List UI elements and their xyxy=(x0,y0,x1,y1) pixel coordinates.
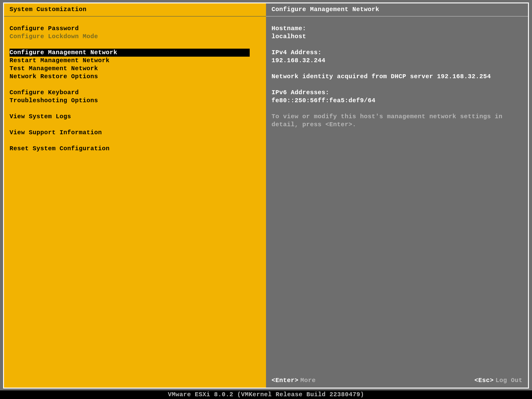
menu-item[interactable]: Troubleshooting Options xyxy=(10,97,260,105)
menu-item[interactable]: View Support Information xyxy=(10,129,260,137)
menu-item[interactable]: Configure Management Network xyxy=(10,49,250,57)
right-panel-title: Configure Management Network xyxy=(266,3,528,17)
menu-item[interactable]: Network Restore Options xyxy=(10,73,260,81)
menu-group: Configure PasswordConfigure Lockdown Mod… xyxy=(10,25,260,41)
hostname-value: localhost xyxy=(272,33,522,41)
menu-group: View System Logs xyxy=(10,113,260,121)
menu-item[interactable]: Configure Password xyxy=(10,25,260,33)
menu-body: Configure PasswordConfigure Lockdown Mod… xyxy=(4,17,266,161)
ipv6-label: IPv6 Addresses: xyxy=(272,89,522,97)
menu-item[interactable]: Configure Lockdown Mode xyxy=(10,33,260,41)
footer-esc-action: Log Out xyxy=(495,377,522,384)
menu-group: Reset System Configuration xyxy=(10,145,260,153)
left-panel: System Customization Configure PasswordC… xyxy=(4,3,266,388)
menu-item[interactable]: Reset System Configuration xyxy=(10,145,260,153)
hint-line-2: detail, press <Enter>. xyxy=(272,121,522,129)
footer-esc[interactable]: <Esc>Log Out xyxy=(474,377,522,384)
main-frame: System Customization Configure PasswordC… xyxy=(3,2,529,389)
ipv4-value: 192.168.32.244 xyxy=(272,57,522,65)
footer-enter-action: More xyxy=(300,377,316,384)
menu-group: View Support Information xyxy=(10,129,260,137)
ipv4-label: IPv4 Address: xyxy=(272,49,522,57)
hint-line-1: To view or modify this host's management… xyxy=(272,113,522,121)
detail-body: Hostname: localhost IPv4 Address: 192.16… xyxy=(266,17,528,374)
ipv6-value: fe80::250:56ff:fea5:def9/64 xyxy=(272,97,522,105)
status-bar: VMware ESXi 8.0.2 (VMKernel Release Buil… xyxy=(0,390,532,399)
hostname-label: Hostname: xyxy=(272,25,522,33)
left-panel-title: System Customization xyxy=(4,3,266,17)
menu-group: Configure KeyboardTroubleshooting Option… xyxy=(10,89,260,105)
footer-esc-key: <Esc> xyxy=(474,377,494,384)
menu-group: Configure Management NetworkRestart Mana… xyxy=(10,49,260,81)
footer-enter[interactable]: <Enter>More xyxy=(272,377,316,384)
menu-item[interactable]: Test Management Network xyxy=(10,65,260,73)
menu-item[interactable]: Restart Management Network xyxy=(10,57,260,65)
right-panel: Configure Management Network Hostname: l… xyxy=(266,3,528,388)
right-footer: <Enter>More <Esc>Log Out xyxy=(266,374,528,388)
footer-enter-key: <Enter> xyxy=(272,377,299,384)
menu-item[interactable]: View System Logs xyxy=(10,113,260,121)
dhcp-info-line: Network identity acquired from DHCP serv… xyxy=(272,73,522,81)
menu-item[interactable]: Configure Keyboard xyxy=(10,89,260,97)
